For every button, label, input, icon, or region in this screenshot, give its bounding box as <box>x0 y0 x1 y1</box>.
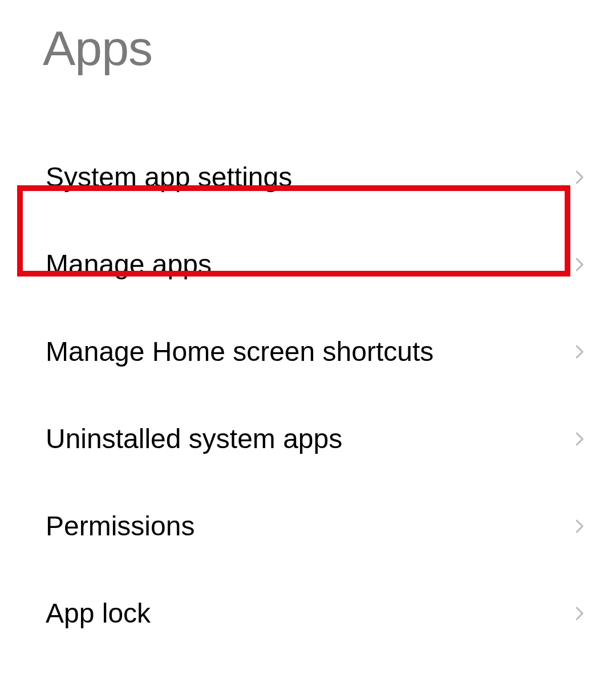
setting-item-manage-apps[interactable]: Manage apps <box>0 221 616 308</box>
setting-label: Manage Home screen shortcuts <box>46 336 433 367</box>
setting-item-app-lock[interactable]: App lock <box>0 570 616 657</box>
page-title: Apps <box>0 0 616 76</box>
setting-item-permissions[interactable]: Permissions <box>0 482 616 570</box>
setting-label: App lock <box>46 597 151 629</box>
chevron-right-icon <box>570 430 587 448</box>
setting-label: Permissions <box>46 510 194 542</box>
setting-item-uninstalled-system-apps[interactable]: Uninstalled system apps <box>0 395 616 482</box>
setting-label: System app settings <box>46 161 292 193</box>
setting-label: Uninstalled system apps <box>46 423 342 454</box>
setting-item-system-app-settings[interactable]: System app settings <box>0 133 616 221</box>
chevron-right-icon <box>570 343 587 360</box>
chevron-right-icon <box>570 605 587 622</box>
chevron-right-icon <box>570 518 587 535</box>
settings-list: System app settings Manage apps Manage H… <box>0 133 616 657</box>
setting-item-manage-home-screen-shortcuts[interactable]: Manage Home screen shortcuts <box>0 308 616 395</box>
chevron-right-icon <box>570 169 587 186</box>
setting-label: Manage apps <box>46 249 212 280</box>
chevron-right-icon <box>570 256 587 273</box>
apps-settings-container: Apps System app settings Manage apps Man… <box>0 0 616 691</box>
